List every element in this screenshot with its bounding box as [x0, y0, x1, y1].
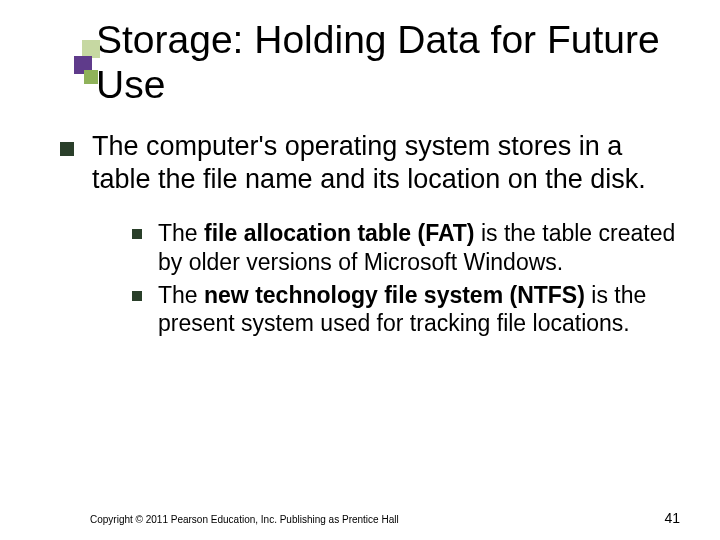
sub-bullet-row: The file allocation table (FAT) is the t… [132, 219, 680, 277]
main-bullet-row: The computer's operating system stores i… [60, 130, 680, 198]
page-number: 41 [664, 510, 680, 526]
copyright-text: Copyright © 2011 Pearson Education, Inc.… [90, 514, 399, 525]
sub-pre: The [158, 282, 204, 308]
slide: Storage: Holding Data for Future Use The… [0, 0, 720, 540]
slide-title: Storage: Holding Data for Future Use [96, 18, 680, 108]
title-block: Storage: Holding Data for Future Use [96, 18, 680, 108]
body-block: The computer's operating system stores i… [60, 130, 680, 339]
sub-bold: new technology file system (NTFS) [204, 282, 585, 308]
bullet-icon [132, 291, 142, 301]
sub-bullet-row: The new technology file system (NTFS) is… [132, 281, 680, 339]
title-accent-icon [74, 40, 98, 110]
sub-pre: The [158, 220, 204, 246]
bullet-icon [60, 142, 74, 156]
sub-bullet-text: The file allocation table (FAT) is the t… [158, 219, 680, 277]
footer: Copyright © 2011 Pearson Education, Inc.… [90, 510, 680, 526]
sub-bullet-list: The file allocation table (FAT) is the t… [132, 219, 680, 338]
bullet-icon [132, 229, 142, 239]
sub-bold: file allocation table (FAT) [204, 220, 475, 246]
sub-bullet-text: The new technology file system (NTFS) is… [158, 281, 680, 339]
main-bullet-text: The computer's operating system stores i… [92, 130, 680, 198]
